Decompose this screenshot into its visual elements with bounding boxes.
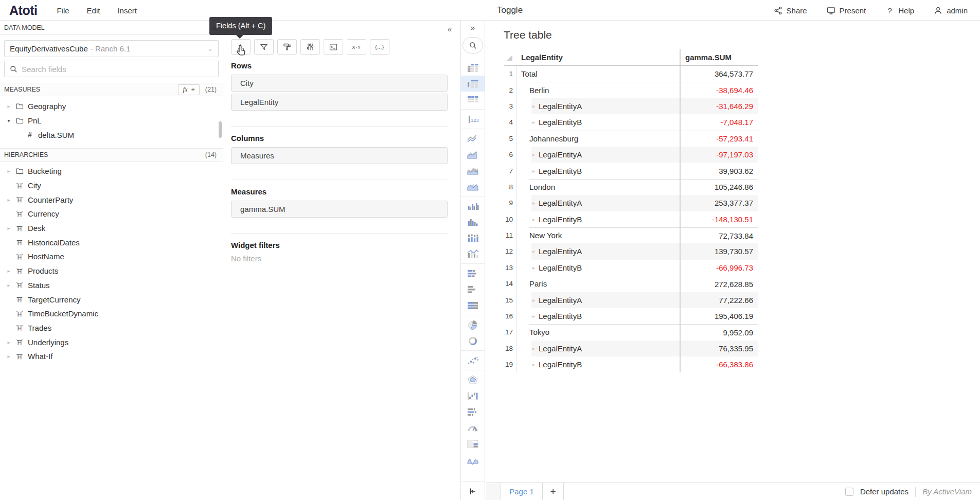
tab-roller-icon[interactable] xyxy=(277,39,297,55)
sidebar-scrollbar-thumb[interactable] xyxy=(219,121,222,138)
cube-select[interactable]: EquityDerivativesCube - Ranch 6.1 ⌄ xyxy=(4,40,219,57)
hsb-widget-icon[interactable] xyxy=(461,265,485,281)
value-cell[interactable]: 105,246.86 xyxy=(680,179,758,195)
hfull-widget-icon[interactable] xyxy=(461,297,485,313)
defer-updates-checkbox[interactable] xyxy=(845,488,853,496)
chevron-right-icon[interactable]: ▸ xyxy=(532,297,535,303)
chevron-right-icon[interactable]: ▸ xyxy=(532,152,535,157)
row-label-cell[interactable]: Paris xyxy=(516,276,680,292)
hierarchy-item-trades[interactable]: Trades xyxy=(0,321,223,335)
table-row[interactable]: 1Total364,573.77 xyxy=(504,66,758,82)
treemap-widget-icon[interactable] xyxy=(461,436,485,452)
table-row[interactable]: 6▸LegalEntityA-97,197.03 xyxy=(504,147,758,163)
field-chip-city[interactable]: City xyxy=(231,75,448,92)
table-row[interactable]: 18▸LegalEntityA76,335.95 xyxy=(504,341,758,356)
chevron-right-icon[interactable]: ▸ xyxy=(532,265,535,271)
value-cell[interactable]: -97,197.03 xyxy=(680,147,758,163)
hierarchy-item-historicaldates[interactable]: HistoricalDates xyxy=(0,235,223,249)
table-row[interactable]: 11New York72,733.84 xyxy=(504,227,758,243)
hierarchy-item-city[interactable]: City xyxy=(0,178,223,193)
field-chip-legalentity[interactable]: LegalEntity xyxy=(231,94,448,111)
new-measure-buttons[interactable]: fx + xyxy=(178,84,199,95)
value-cell[interactable]: 77,222.66 xyxy=(680,292,758,308)
row-label-cell[interactable]: Berlin xyxy=(516,82,680,98)
row-label-cell[interactable]: London xyxy=(516,179,680,195)
chevron-right-icon[interactable]: ▸ xyxy=(5,197,12,203)
hierarchy-item-currency[interactable]: Currency xyxy=(0,207,223,221)
row-label-cell[interactable]: ▸LegalEntityB xyxy=(516,114,680,130)
value-cell[interactable]: 272,628.85 xyxy=(680,276,758,292)
measure-item-delta-sum[interactable]: #delta.SUM xyxy=(0,128,223,142)
chevron-right-icon[interactable]: ▸ xyxy=(5,353,12,359)
table-row[interactable]: 4▸LegalEntityB-7,048.17 xyxy=(504,114,758,130)
table-row[interactable]: 8London105,246.86 xyxy=(504,179,758,195)
value-cell[interactable]: 139,730.57 xyxy=(680,243,758,259)
chevron-down-icon[interactable]: ▾ xyxy=(5,118,12,123)
combo-widget-icon[interactable] xyxy=(461,246,485,262)
value-cell[interactable]: 253,377.37 xyxy=(680,195,758,211)
hierarchy-item-status[interactable]: ▸Status xyxy=(0,278,223,293)
chevron-right-icon[interactable]: ▸ xyxy=(5,103,12,109)
row-label-cell[interactable]: ▸LegalEntityB xyxy=(516,356,680,372)
chevron-right-icon[interactable]: ▸ xyxy=(532,103,535,109)
table-row[interactable]: 10▸LegalEntityB-148,130.51 xyxy=(504,211,758,227)
chevron-right-icon[interactable]: ▸ xyxy=(532,168,535,174)
hierarchy-item-counterparty[interactable]: ▸CounterParty xyxy=(0,192,223,207)
hierarchy-item-hostname[interactable]: HostName xyxy=(0,249,223,264)
chevron-right-icon[interactable]: ▸ xyxy=(5,225,12,231)
value-cell[interactable]: -148,130.51 xyxy=(680,211,758,227)
stackedarea-widget-icon[interactable] xyxy=(461,163,485,178)
row-label-cell[interactable]: Johannesburg xyxy=(516,131,680,147)
hist-widget-icon[interactable] xyxy=(461,214,485,230)
plus-icon[interactable]: + xyxy=(191,86,194,93)
value-cell[interactable]: -38,694.46 xyxy=(680,82,758,98)
row-label-cell[interactable]: New York xyxy=(516,227,680,243)
chevron-right-icon[interactable]: ▸ xyxy=(532,362,535,367)
fx-icon[interactable]: fx xyxy=(183,86,187,94)
hierarchy-item-underlyings[interactable]: ▸Underlyings xyxy=(0,335,223,349)
filledarea-widget-icon[interactable] xyxy=(461,178,485,194)
hierarchy-item-targetcurrency[interactable]: TargetCurrency xyxy=(0,292,223,307)
chevron-right-icon[interactable]: ▸ xyxy=(532,200,535,206)
page-tab-1[interactable]: Page 1 xyxy=(501,483,543,500)
row-label-cell[interactable]: ▸LegalEntityA xyxy=(516,195,680,211)
value-cell[interactable]: 39,903.62 xyxy=(680,163,758,178)
search-fields-input[interactable]: Search fields xyxy=(4,61,219,77)
table-row[interactable]: 3▸LegalEntityA-31,646.29 xyxy=(504,98,758,114)
row-label-cell[interactable]: Total xyxy=(516,66,680,82)
widget-search-button[interactable] xyxy=(462,37,483,53)
gbars-widget-icon[interactable] xyxy=(461,198,485,214)
hierarchy-item-desk[interactable]: ▸Desk xyxy=(0,221,223,236)
tab-xy-icon[interactable]: X·Y xyxy=(347,39,366,55)
chevron-right-icon[interactable]: ▸ xyxy=(532,313,535,319)
value-cell[interactable]: 364,573.77 xyxy=(680,66,758,82)
table-row[interactable]: 13▸LegalEntityB-66,996.73 xyxy=(504,260,758,276)
hierarchy-item-products[interactable]: ▸Products xyxy=(0,264,223,278)
tab-sliders-icon[interactable] xyxy=(300,39,320,55)
corner-cell[interactable] xyxy=(504,49,516,65)
value-cell[interactable]: 76,335.95 xyxy=(680,341,758,356)
row-label-cell[interactable]: ▸LegalEntityB xyxy=(516,260,680,276)
hierarchy-item-timebucketdynamic[interactable]: TimeBucketDynamic xyxy=(0,307,223,321)
row-label-cell[interactable]: ▸LegalEntityA xyxy=(516,292,680,308)
row-label-cell[interactable]: ▸LegalEntityA xyxy=(516,243,680,259)
chevron-right-icon[interactable]: ▸ xyxy=(5,282,12,288)
kpi-widget-icon[interactable]: 123 xyxy=(461,111,485,127)
waterfall-widget-icon[interactable] xyxy=(461,388,485,404)
measure-item-pnl[interactable]: ▾PnL xyxy=(0,113,223,128)
menu-file[interactable]: File xyxy=(57,6,69,15)
value-cell[interactable]: -66,383.86 xyxy=(680,356,758,372)
row-label-cell[interactable]: ▸LegalEntityA xyxy=(516,341,680,356)
user-menu[interactable]: admin xyxy=(934,6,968,15)
value-cell[interactable]: 9,952.09 xyxy=(680,324,758,340)
chevron-right-icon[interactable]: ▸ xyxy=(532,248,535,254)
table-row[interactable]: 14Paris272,628.85 xyxy=(504,276,758,292)
value-cell[interactable]: -57,293.41 xyxy=(680,131,758,147)
chevron-right-icon[interactable]: ▸ xyxy=(5,340,12,345)
scol-widget-icon[interactable] xyxy=(461,230,485,246)
scatter-widget-icon[interactable] xyxy=(461,352,485,368)
help-button[interactable]: ? Help xyxy=(885,6,914,15)
chevron-right-icon[interactable]: ▸ xyxy=(5,168,12,174)
row-label-cell[interactable]: ▸LegalEntityB xyxy=(516,211,680,227)
value-cell[interactable]: -66,996.73 xyxy=(680,260,758,276)
